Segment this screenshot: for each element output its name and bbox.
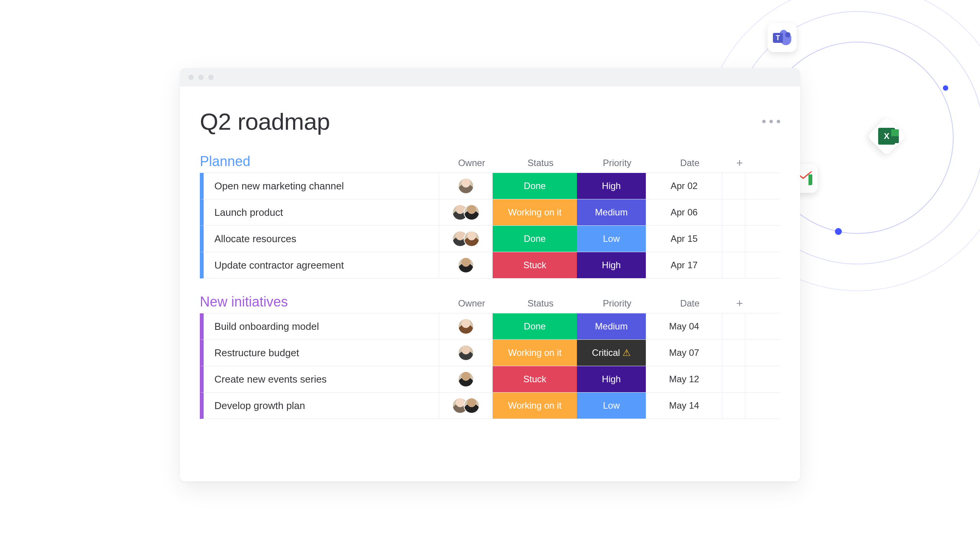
extra-cell — [722, 199, 745, 225]
status-cell[interactable]: Done — [493, 173, 577, 199]
priority-cell[interactable]: High — [577, 173, 646, 199]
table-row[interactable]: Develop growth planWorking on itLowMay 1… — [200, 393, 780, 419]
avatar — [464, 398, 480, 414]
extra-cell — [722, 313, 745, 339]
table-row[interactable]: Open new marketing channelDoneHighApr 02 — [200, 173, 780, 199]
extra-cell — [722, 393, 745, 419]
extra-cell — [722, 226, 745, 252]
table-row[interactable]: Restructure budgetWorking on itCritical⚠… — [200, 340, 780, 366]
priority-cell[interactable]: Low — [577, 226, 646, 252]
avatar — [464, 231, 480, 247]
group: PlannedOwnerStatusPriorityDate+Open new … — [200, 153, 780, 279]
board-menu-button[interactable] — [762, 120, 780, 123]
status-cell[interactable]: Stuck — [493, 252, 577, 278]
status-cell[interactable]: Working on it — [493, 199, 577, 225]
traffic-light — [208, 75, 214, 80]
status-cell[interactable]: Done — [493, 313, 577, 339]
priority-cell[interactable]: Critical⚠ — [577, 340, 646, 366]
avatar — [458, 318, 474, 334]
task-name-cell[interactable]: Open new marketing channel — [204, 173, 439, 199]
priority-label: Medium — [595, 321, 627, 332]
avatar — [458, 371, 474, 387]
column-header-status[interactable]: Status — [498, 156, 583, 170]
priority-label: Low — [603, 233, 620, 244]
owner-cell[interactable] — [439, 340, 493, 366]
warning-icon: ⚠ — [622, 347, 631, 358]
column-header-priority[interactable]: Priority — [583, 156, 652, 170]
extra-cell — [722, 173, 745, 199]
priority-cell[interactable]: High — [577, 366, 646, 392]
svg-point-3 — [943, 85, 948, 91]
traffic-light — [188, 75, 194, 80]
group-title[interactable]: Planned — [200, 153, 445, 170]
extra-cell — [722, 340, 745, 366]
owner-cell[interactable] — [439, 199, 493, 225]
board-window: Q2 roadmap PlannedOwnerStatusPriorityDat… — [180, 68, 800, 481]
priority-label: Critical — [592, 347, 620, 358]
table-row[interactable]: Allocate resourcesDoneLowApr 15 — [200, 226, 780, 252]
date-cell[interactable]: Apr 15 — [646, 226, 722, 252]
priority-label: High — [602, 181, 621, 191]
avatar — [458, 345, 474, 361]
avatar — [464, 204, 480, 220]
column-header-status[interactable]: Status — [498, 297, 583, 310]
date-cell[interactable]: May 04 — [646, 313, 722, 339]
traffic-light — [198, 75, 204, 80]
priority-cell[interactable]: Medium — [577, 313, 646, 339]
column-header-owner[interactable]: Owner — [445, 297, 498, 310]
priority-cell[interactable]: Medium — [577, 199, 646, 225]
date-cell[interactable]: May 07 — [646, 340, 722, 366]
avatar — [458, 178, 474, 194]
date-cell[interactable]: May 14 — [646, 393, 722, 419]
priority-label: High — [602, 260, 621, 271]
task-name-cell[interactable]: Restructure budget — [204, 340, 439, 366]
group: New initiativesOwnerStatusPriorityDate+B… — [200, 294, 780, 419]
task-name-cell[interactable]: Create new events series — [204, 366, 439, 392]
priority-label: High — [602, 374, 621, 385]
table-row[interactable]: Build onboarding modelDoneMediumMay 04 — [200, 313, 780, 340]
date-cell[interactable]: Apr 17 — [646, 252, 722, 278]
table-row[interactable]: Create new events seriesStuckHighMay 12 — [200, 366, 780, 393]
table-row[interactable]: Launch productWorking on itMediumApr 06 — [200, 199, 780, 226]
column-header-date[interactable]: Date — [652, 156, 728, 170]
window-titlebar — [180, 68, 800, 86]
status-cell[interactable]: Working on it — [493, 340, 577, 366]
column-header-priority[interactable]: Priority — [583, 297, 652, 310]
priority-label: Medium — [595, 207, 627, 218]
add-column-button[interactable]: + — [728, 297, 751, 310]
owner-cell[interactable] — [439, 366, 493, 392]
owner-cell[interactable] — [439, 393, 493, 419]
date-cell[interactable]: Apr 02 — [646, 173, 722, 199]
owner-cell[interactable] — [439, 313, 493, 339]
task-name-cell[interactable]: Build onboarding model — [204, 313, 439, 339]
priority-cell[interactable]: High — [577, 252, 646, 278]
date-cell[interactable]: May 12 — [646, 366, 722, 392]
group-title[interactable]: New initiatives — [200, 294, 445, 310]
extra-cell — [722, 252, 745, 278]
board-title[interactable]: Q2 roadmap — [200, 108, 330, 135]
teams-icon: T — [768, 23, 797, 52]
avatar — [458, 257, 474, 273]
excel-icon: X — [867, 117, 906, 156]
status-cell[interactable]: Stuck — [493, 366, 577, 392]
column-header-date[interactable]: Date — [652, 297, 728, 310]
svg-point-4 — [835, 228, 842, 235]
priority-cell[interactable]: Low — [577, 393, 646, 419]
date-cell[interactable]: Apr 06 — [646, 199, 722, 225]
task-name-cell[interactable]: Develop growth plan — [204, 393, 439, 419]
owner-cell[interactable] — [439, 226, 493, 252]
table-row[interactable]: Update contractor agreementStuckHighApr … — [200, 252, 780, 279]
owner-cell[interactable] — [439, 173, 493, 199]
add-column-button[interactable]: + — [728, 156, 751, 170]
task-name-cell[interactable]: Update contractor agreement — [204, 252, 439, 278]
task-name-cell[interactable]: Launch product — [204, 199, 439, 225]
task-name-cell[interactable]: Allocate resources — [204, 226, 439, 252]
owner-cell[interactable] — [439, 252, 493, 278]
column-header-owner[interactable]: Owner — [445, 156, 498, 170]
status-cell[interactable]: Working on it — [493, 393, 577, 419]
extra-cell — [722, 366, 745, 392]
status-cell[interactable]: Done — [493, 226, 577, 252]
priority-label: Low — [603, 400, 620, 411]
